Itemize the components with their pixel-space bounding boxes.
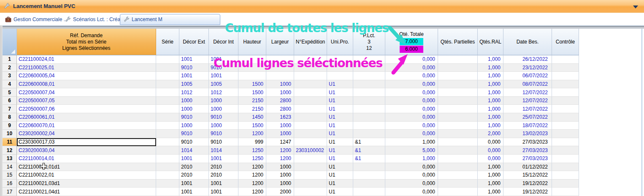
- table-row[interactable]: 6C220500007,051000100021502800U10,0001,0…: [3, 97, 579, 105]
- cell-decor_int[interactable]: 9010: [209, 138, 238, 147]
- cell-serie[interactable]: [156, 64, 179, 72]
- cell-controle[interactable]: [552, 88, 579, 97]
- row-number-cell[interactable]: 14: [3, 163, 17, 172]
- cell-date_bes[interactable]: 12/07/2022: [503, 97, 552, 105]
- cell-serie[interactable]: [156, 97, 179, 105]
- cell-ref[interactable]: C230200030,04: [17, 146, 156, 155]
- cell-qtes_partielles[interactable]: [438, 97, 478, 105]
- cell-largeur[interactable]: 2800: [266, 97, 294, 105]
- cell-qtes_ral[interactable]: 1,000: [478, 113, 503, 122]
- cell-decor_ext[interactable]: 1001: [179, 72, 209, 80]
- cell-decor_ext[interactable]: 1000: [179, 105, 209, 113]
- cell-largeur[interactable]: 1247: [266, 138, 294, 147]
- cell-n_expedition[interactable]: [294, 113, 327, 122]
- row-number-cell[interactable]: 9: [3, 122, 17, 130]
- cell-p_lct[interactable]: [353, 105, 385, 113]
- cell-serie[interactable]: [156, 113, 179, 122]
- cell-qtes_partielles[interactable]: [438, 88, 478, 97]
- cell-hauteur[interactable]: 1200: [238, 188, 266, 196]
- cell-qtes_ral[interactable]: 1,000: [478, 80, 503, 89]
- cell-date_bes[interactable]: 06/07/2022: [503, 72, 552, 80]
- cell-hauteur[interactable]: 1450: [238, 113, 266, 122]
- cell-decor_int[interactable]: 1001: [209, 155, 238, 163]
- cell-ref[interactable]: C220600005,04: [17, 72, 156, 80]
- cell-date_bes[interactable]: 19/12/2022: [503, 188, 552, 196]
- cell-uni_pro[interactable]: U1: [327, 180, 353, 188]
- table-row[interactable]: 7C220500007,061000100021502800U10,0001,0…: [3, 105, 579, 113]
- cell-n_expedition[interactable]: [294, 180, 327, 188]
- cell-hauteur[interactable]: 1250: [238, 146, 266, 155]
- cell-qtes_partielles[interactable]: [438, 64, 478, 72]
- cell-qtes_ral[interactable]: 1,000: [478, 72, 503, 80]
- row-number-cell[interactable]: 8: [3, 113, 17, 122]
- cell-controle[interactable]: [552, 64, 579, 72]
- row-number-cell[interactable]: 7: [3, 105, 17, 113]
- cell-p_lct[interactable]: [353, 130, 385, 138]
- cell-hauteur[interactable]: 1250: [238, 155, 266, 163]
- cell-controle[interactable]: [552, 122, 579, 130]
- cell-serie[interactable]: [156, 146, 179, 155]
- cell-p_lct[interactable]: [353, 113, 385, 122]
- cell-qtes_partielles[interactable]: [438, 155, 478, 163]
- cell-uni_pro[interactable]: U1: [327, 105, 353, 113]
- cell-uni_pro[interactable]: U1: [327, 97, 353, 105]
- cell-qtes_ral[interactable]: 1,000: [478, 97, 503, 105]
- cell-hauteur[interactable]: 1500: [238, 80, 266, 89]
- cell-decor_ext[interactable]: 9010: [179, 130, 209, 138]
- cell-serie[interactable]: [156, 72, 179, 80]
- cell-qtes_partielles[interactable]: [438, 163, 478, 172]
- cell-date_bes[interactable]: 12/07/2022: [503, 88, 552, 97]
- cell-ref[interactable]: C230300017,03: [17, 138, 156, 147]
- cell-date_bes[interactable]: 23/12/2022: [503, 64, 552, 72]
- cell-qtes_ral[interactable]: 1,000: [478, 105, 503, 113]
- cell-serie[interactable]: [156, 88, 179, 97]
- cell-controle[interactable]: [552, 171, 579, 180]
- cell-ref[interactable]: C221100021,03d1: [17, 180, 156, 188]
- cell-qtes_ral[interactable]: 1,000: [478, 171, 503, 180]
- cell-uni_pro[interactable]: U1: [327, 171, 353, 180]
- cell-ref[interactable]: C221100014,01: [17, 155, 156, 163]
- cell-qtes_ral[interactable]: 2,000: [478, 130, 503, 138]
- cell-ref[interactable]: C220600070,01: [17, 122, 156, 130]
- col-header-ref-demande[interactable]: Réf. Demande Total mis en Série Lignes S…: [17, 29, 156, 55]
- cell-n_expedition[interactable]: [294, 80, 327, 89]
- cell-decor_int[interactable]: 2010: [209, 171, 238, 180]
- cell-largeur[interactable]: [266, 72, 294, 80]
- cell-date_bes[interactable]: 01/12/2022: [503, 163, 552, 172]
- cell-qtes_partielles[interactable]: [438, 130, 478, 138]
- cell-qtes_partielles[interactable]: [438, 105, 478, 113]
- cell-controle[interactable]: [552, 180, 579, 188]
- cell-p_lct[interactable]: [353, 180, 385, 188]
- cell-uni_pro[interactable]: [327, 72, 353, 80]
- cell-p_lct[interactable]: [353, 188, 385, 196]
- cell-p_lct[interactable]: &1: [353, 155, 385, 163]
- table-row[interactable]: 8C220600061,019010901014501623U10,0001,0…: [3, 113, 579, 122]
- cell-qtes_ral[interactable]: 0,000: [478, 138, 503, 147]
- cell-largeur[interactable]: 1000: [266, 180, 294, 188]
- cell-serie[interactable]: [156, 138, 179, 147]
- cell-controle[interactable]: [552, 55, 579, 64]
- cell-largeur[interactable]: 1000: [266, 163, 294, 172]
- cell-decor_ext[interactable]: 1001: [179, 188, 209, 196]
- cell-largeur[interactable]: 1000: [266, 171, 294, 180]
- cell-uni_pro[interactable]: U1: [327, 80, 353, 89]
- cell-largeur[interactable]: 1000: [266, 122, 294, 130]
- cell-qte_totale[interactable]: 1,000: [385, 138, 438, 147]
- cell-ref[interactable]: C220500007,06: [17, 105, 156, 113]
- row-number-cell[interactable]: 3: [3, 72, 17, 80]
- cell-largeur[interactable]: 1000: [266, 130, 294, 138]
- cell-qtes_partielles[interactable]: [438, 72, 478, 80]
- cell-decor_int[interactable]: 1000: [209, 105, 238, 113]
- cell-serie[interactable]: [156, 105, 179, 113]
- cell-largeur[interactable]: 2800: [266, 105, 294, 113]
- cell-decor_ext[interactable]: 1000: [179, 122, 209, 130]
- cell-qtes_partielles[interactable]: [438, 188, 478, 196]
- cell-uni_pro[interactable]: U1: [327, 113, 353, 122]
- cell-qtes_partielles[interactable]: [438, 180, 478, 188]
- cell-date_bes[interactable]: 26/12/2022: [503, 55, 552, 64]
- cell-ref[interactable]: C220500007,04: [17, 88, 156, 97]
- cell-uni_pro[interactable]: U1: [327, 146, 353, 155]
- cell-qte_totale[interactable]: 0,000: [385, 171, 438, 180]
- cell-controle[interactable]: [552, 163, 579, 172]
- cell-qtes_ral[interactable]: 0,000: [478, 146, 503, 155]
